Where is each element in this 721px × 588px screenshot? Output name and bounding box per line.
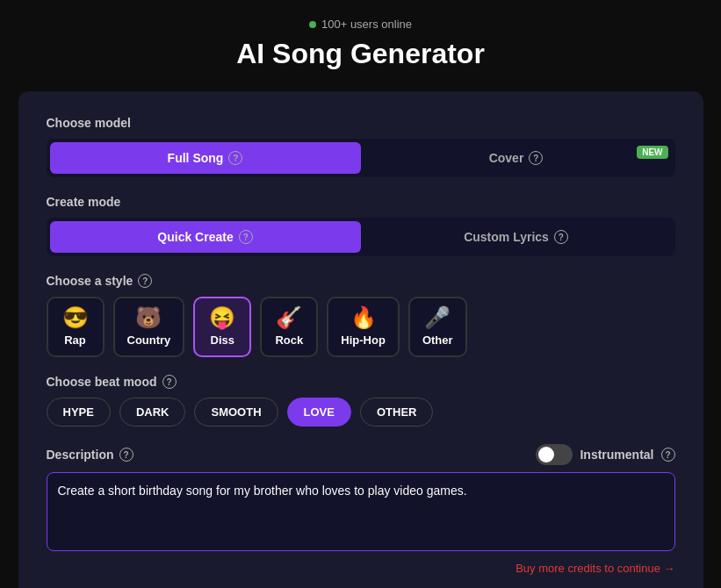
full-song-help-icon[interactable]: ?: [228, 151, 242, 165]
mood-dark[interactable]: DARK: [119, 398, 186, 427]
model-tab-group: Full Song ? Cover ? NEW: [47, 139, 675, 177]
style-help-icon[interactable]: ?: [138, 274, 152, 288]
instrumental-help-icon[interactable]: ?: [661, 448, 675, 462]
credits-link-row: Buy more credits to continue →: [47, 560, 675, 576]
buy-credits-link[interactable]: Buy more credits to continue →: [516, 562, 674, 575]
mood-section: Choose beat mood ? HYPE DARK SMOOTH LOVE…: [47, 375, 675, 427]
model-label: Choose model: [47, 116, 675, 130]
online-badge: 100+ users online: [236, 18, 485, 31]
tab-cover[interactable]: Cover ?: [361, 142, 672, 174]
style-other[interactable]: 🎤 Other: [408, 297, 467, 357]
custom-lyrics-help-icon[interactable]: ?: [554, 230, 568, 244]
main-card: Choose model Full Song ? Cover ? NEW Cre…: [18, 91, 703, 588]
mood-love[interactable]: LOVE: [287, 398, 351, 427]
style-rap[interactable]: 😎 Rap: [47, 297, 105, 357]
mode-section: Create mode Quick Create ? Custom Lyrics…: [47, 195, 675, 256]
description-label: Description: [47, 448, 114, 462]
style-diss[interactable]: 😝 Diss: [193, 297, 251, 357]
style-label: Choose a style: [47, 274, 133, 288]
tab-full-song[interactable]: Full Song ?: [50, 142, 361, 174]
tab-quick-create[interactable]: Quick Create ?: [50, 221, 361, 253]
instrumental-toggle[interactable]: [536, 444, 573, 465]
model-section: Choose model Full Song ? Cover ? NEW: [47, 116, 675, 177]
mood-help-icon[interactable]: ?: [162, 375, 177, 389]
style-grid: 😎 Rap 🐻 Country 😝 Diss 🎸 Rock 🔥 Hip-Hop …: [47, 297, 675, 357]
description-help-icon[interactable]: ?: [119, 448, 133, 462]
style-rock[interactable]: 🎸 Rock: [260, 297, 318, 357]
online-text: 100+ users online: [321, 18, 412, 31]
online-dot: [309, 21, 316, 28]
mood-other[interactable]: OTHER: [360, 398, 434, 427]
style-hip-hop[interactable]: 🔥 Hip-Hop: [327, 297, 400, 357]
style-country[interactable]: 🐻 Country: [113, 297, 185, 357]
quick-create-help-icon[interactable]: ?: [239, 230, 253, 244]
mode-label: Create mode: [47, 195, 675, 209]
tab-custom-lyrics[interactable]: Custom Lyrics ?: [361, 221, 672, 253]
page-title: AI Song Generator: [236, 38, 485, 70]
mood-group: HYPE DARK SMOOTH LOVE OTHER: [47, 398, 675, 427]
page-header: 100+ users online AI Song Generator: [236, 18, 485, 70]
mood-smooth[interactable]: SMOOTH: [194, 398, 278, 427]
new-badge: NEW: [637, 146, 667, 159]
description-textarea[interactable]: [47, 472, 675, 551]
mode-tab-group: Quick Create ? Custom Lyrics ?: [47, 218, 675, 256]
mood-label: Choose beat mood: [47, 375, 157, 389]
style-section: Choose a style ? 😎 Rap 🐻 Country 😝 Diss …: [47, 274, 675, 357]
cover-help-icon[interactable]: ?: [529, 151, 543, 165]
description-header-row: Description ? Instrumental ?: [47, 444, 675, 465]
instrumental-label: Instrumental: [580, 448, 653, 462]
mood-hype[interactable]: HYPE: [47, 398, 111, 427]
description-section: Description ? Instrumental ? Buy more cr…: [47, 444, 675, 576]
